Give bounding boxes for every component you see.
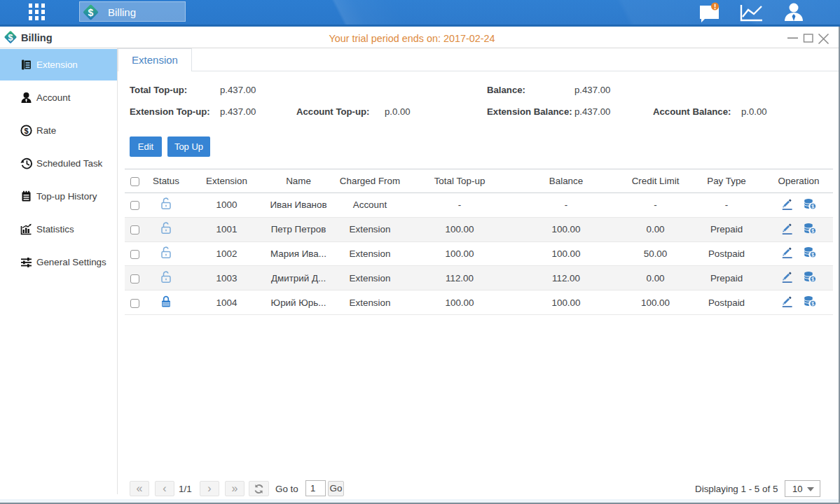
- svg-text:$: $: [24, 127, 28, 135]
- svg-text:$: $: [88, 7, 94, 18]
